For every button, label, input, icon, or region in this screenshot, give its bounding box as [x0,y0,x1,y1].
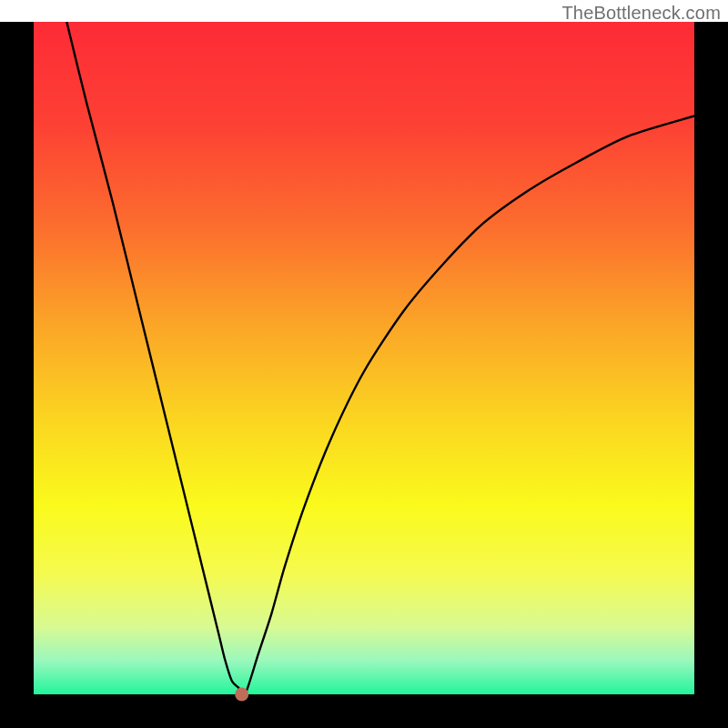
bottleneck-chart [0,0,728,728]
plot-area [34,22,694,694]
attribution-label: TheBottleneck.com [561,3,721,24]
chart-container: TheBottleneck.com [0,0,728,728]
optimal-point-marker [235,688,248,702]
